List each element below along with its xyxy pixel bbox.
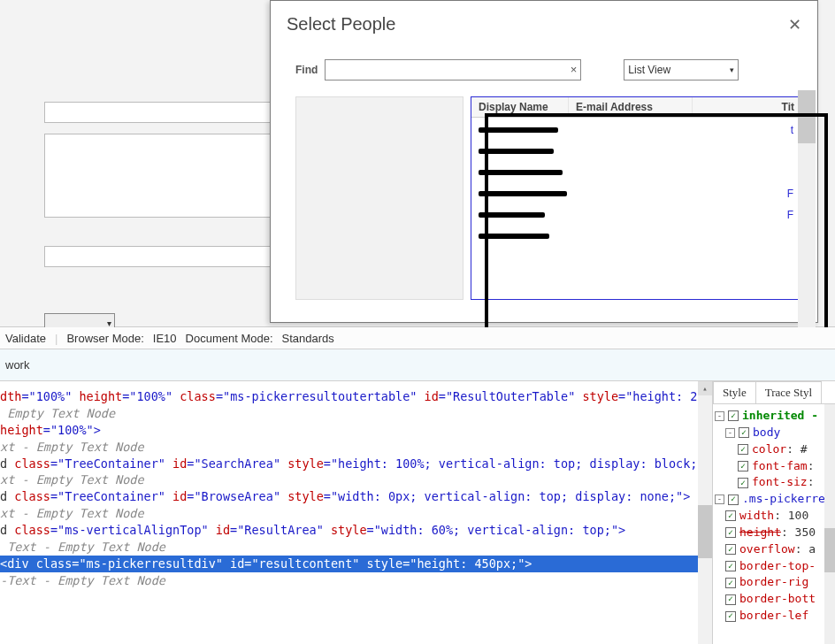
redacted-name	[479, 170, 563, 175]
close-icon[interactable]: ✕	[788, 15, 801, 34]
style-tree[interactable]: -✓inherited - b-✓body✓color: #✓font-fam:…	[713, 404, 835, 628]
clear-icon[interactable]: ×	[571, 63, 578, 76]
devtools-html-pane[interactable]: ▴ dth="100%" height="100%" class="ms-pic…	[0, 381, 712, 644]
scroll-up-icon[interactable]: ▴	[698, 381, 712, 395]
devtools-toolbar: Validate | Browser Mode: IE10 Document M…	[0, 327, 835, 349]
subtab-label[interactable]: work	[5, 358, 29, 372]
find-row: Find × List View ▾	[295, 59, 801, 80]
redacted-name	[479, 212, 545, 218]
devtools-style-pane: Style Trace Styl -✓inherited - b-✓body✓c…	[712, 381, 835, 644]
table-row[interactable]	[479, 141, 793, 162]
table-row[interactable]: F	[479, 183, 793, 204]
tree-pane[interactable]	[295, 96, 463, 300]
bg-input-2[interactable]	[44, 246, 274, 267]
find-input[interactable]: ×	[325, 59, 581, 80]
scroll-thumb[interactable]	[798, 90, 816, 143]
validate-button[interactable]: Validate	[5, 332, 46, 345]
view-select[interactable]: List View ▾	[624, 59, 739, 80]
col-email[interactable]: E-mail Address	[569, 97, 693, 117]
chevron-down-icon: ▾	[107, 318, 111, 328]
table-row[interactable]: F	[479, 204, 793, 226]
table-body: t F F	[471, 118, 801, 249]
people-picker-dialog: Select People ✕ Find × List View ▾ Displ…	[270, 0, 818, 323]
bg-input-1[interactable]	[44, 102, 274, 123]
results-table[interactable]: Display Name E-mail Address Tit t F F	[471, 96, 801, 300]
table-header: Display Name E-mail Address Tit	[471, 97, 801, 118]
browser-mode-label: Browser Mode:	[66, 332, 143, 345]
col-display-name[interactable]: Display Name	[471, 97, 569, 117]
style-scrollbar[interactable]	[824, 404, 835, 644]
browser-mode-value[interactable]: IE10	[153, 332, 177, 345]
scroll-thumb[interactable]	[824, 528, 835, 572]
redacted-name	[479, 234, 549, 239]
tab-style[interactable]: Style	[713, 381, 756, 403]
redacted-name	[479, 149, 554, 154]
doc-mode-value[interactable]: Standards	[282, 332, 334, 345]
dialog-scrollbar[interactable]: ▴	[798, 90, 816, 356]
dialog-title: Select People	[287, 14, 395, 34]
scroll-thumb[interactable]	[698, 505, 712, 558]
devtools-subbar: work	[0, 349, 835, 381]
side-tabs: Style Trace Styl	[713, 381, 835, 404]
table-row[interactable]: t	[479, 119, 793, 141]
doc-mode-label: Document Mode:	[186, 332, 273, 345]
dialog-header: Select People ✕	[271, 1, 817, 42]
tab-trace[interactable]: Trace Styl	[755, 381, 822, 403]
bg-textarea-1[interactable]	[44, 134, 274, 218]
find-label: Find	[295, 64, 318, 76]
table-row[interactable]	[479, 226, 793, 247]
view-select-value: List View	[628, 64, 670, 76]
html-scrollbar[interactable]: ▴	[698, 381, 712, 644]
table-row[interactable]	[479, 162, 793, 183]
redacted-name	[479, 191, 567, 196]
redacted-name	[479, 127, 558, 133]
bg-form: ▾	[44, 102, 274, 333]
col-title[interactable]: Tit	[693, 97, 801, 117]
results-area: Display Name E-mail Address Tit t F F	[295, 96, 801, 300]
chevron-down-icon: ▾	[730, 65, 734, 74]
